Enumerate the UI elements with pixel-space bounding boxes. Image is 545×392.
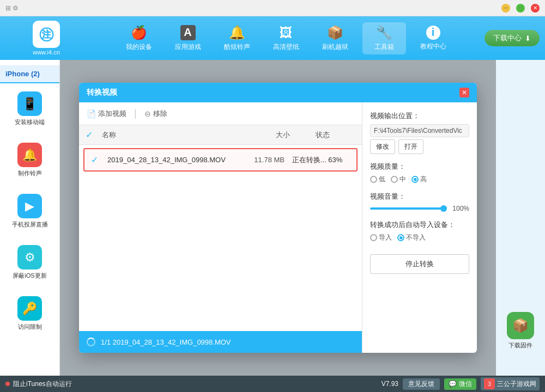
nav-item-toolbox[interactable]: 🔧 工具箱 [362,22,406,54]
video-quality-section: 视频质量： 低 中 [370,162,469,184]
volume-slider-thumb[interactable] [440,205,447,212]
col-check-header: ✓ [86,130,102,140]
quality-mid-label: 中 [399,175,406,184]
modal-left-panel: 📄 添加视频 | ⊖ 移除 ✓ [79,102,362,353]
feedback-button[interactable]: 意见反馈 [403,378,440,390]
row-filename: 2019_04_28_13_42_IMG_0998.MOV [107,156,241,164]
output-btn-row: 修改 打开 [370,139,469,154]
quality-high[interactable]: 高 [411,175,427,184]
logo-url: www.i4.cn [33,49,60,56]
install-app-label: 安装移动端 [15,118,45,126]
auto-import-radio-group: 导入 不导入 [370,233,469,242]
import-yes[interactable]: 导入 [370,233,392,242]
title-bar-icons: ⊞ ⚙ [5,4,19,12]
status-bar: 阻止iTunes自动运行 V7.93 意见反馈 💬 微信 3 三公子游戏网 [0,376,545,392]
sidebar-item-access-limit[interactable]: 🔑 访问限制 [5,291,55,336]
modal-title: 转换视频 [87,88,117,97]
toolbox-icon: 🔧 [376,25,392,40]
wallpaper-label: 高清壁纸 [273,42,299,52]
modal-header: 转换视频 ✕ [79,83,477,102]
itunes-status-text: 阻止iTunes自动运行 [13,379,72,389]
title-bar: ⊞ ⚙ ─ □ ✕ [0,0,545,16]
block-update-label: 屏蔽iOS更新 [13,272,46,280]
download-center-button[interactable]: 下载中心 ⬇ [485,30,540,46]
quality-mid[interactable]: 中 [391,175,406,184]
ringtone-sidebar-icon: 🔔 [17,143,42,167]
import-no[interactable]: 不导入 [397,233,426,242]
quality-low-radio[interactable] [370,176,377,183]
download-center-label: 下载中心 [493,33,522,43]
quality-mid-radio[interactable] [391,176,398,183]
open-path-button[interactable]: 打开 [398,139,423,154]
output-location-section: 视频输出位置： F:\i4Tools7\Files\ConvertedVic 修… [370,111,469,154]
progress-spinner [87,338,95,346]
minimize-button[interactable]: ─ [501,4,510,13]
remove-label: 移除 [153,109,167,119]
sidebar-item-screencast[interactable]: ▶ 手机投屏直播 [5,188,55,234]
nav-item-wallpaper[interactable]: 🖼 高清壁纸 [264,22,308,54]
row-checkbox[interactable]: ✓ [91,155,107,165]
sangongzi-icon: 3 [484,378,495,389]
nav-item-my-device[interactable]: 🍎 我的设备 [117,22,161,54]
modal-toolbar: 📄 添加视频 | ⊖ 移除 [79,102,362,125]
video-volume-section: 视频音量： 100% [370,192,469,212]
firmware-icon: 📦 [507,312,534,339]
convert-video-modal: 转换视频 ✕ 📄 添加视频 | [79,83,477,353]
sidebar: iPhone (2) 📱 安装移动端 🔔 制作铃声 ▶ 手机投屏直播 ⚙ 屏蔽i… [0,60,60,376]
auto-import-section: 转换成功后自动导入设备： 导入 不导入 [370,220,469,242]
appgame-label: 应用游戏 [175,42,201,52]
ringtone-icon: 🔔 [229,25,245,40]
col-size-header: 大小 [246,130,290,140]
volume-slider-container: 100% [370,205,469,212]
sidebar-item-install-app[interactable]: 📱 安装移动端 [5,86,55,132]
quality-low[interactable]: 低 [370,175,385,184]
logo-icon: ㊟ [33,21,60,48]
toolbar-divider: | [134,108,137,119]
device-tab[interactable]: iPhone (2) [0,65,59,83]
status-left: 阻止iTunes自动运行 [5,379,72,389]
tutorial-icon: i [426,26,440,40]
firmware-label: 下载固件 [508,341,532,350]
right-item-firmware[interactable]: 📦 下载固件 [502,308,538,354]
add-video-button[interactable]: 📄 添加视频 [87,109,126,119]
logo-area: ㊟ www.i4.cn [5,21,87,56]
sidebar-item-block-update[interactable]: ⚙ 屏蔽iOS更新 [5,240,55,285]
edit-path-button[interactable]: 修改 [370,139,395,154]
import-no-label: 不导入 [406,233,426,242]
quality-high-label: 高 [420,175,427,184]
close-button[interactable]: ✕ [531,4,540,13]
output-path-text: F:\i4Tools7\Files\ConvertedVic [370,124,469,137]
modal-overlay: 转换视频 ✕ 📄 添加视频 | [60,60,496,376]
jailbreak-label: 刷机越狱 [322,42,348,52]
modal-close-button[interactable]: ✕ [459,88,469,97]
sangongzi-area: 3 三公子游戏网 [481,377,540,390]
volume-slider-track[interactable] [370,207,447,210]
table-row[interactable]: ✓ 2019_04_28_13_42_IMG_0998.MOV 11.78 MB… [83,148,358,171]
tutorial-label: 教程中心 [420,42,446,51]
import-yes-radio[interactable] [370,234,377,241]
block-update-icon: ⚙ [17,245,42,270]
stop-convert-button[interactable]: 停止转换 [370,254,469,274]
import-yes-label: 导入 [379,233,392,242]
nav-item-tutorial[interactable]: i 教程中心 [411,22,455,54]
row-size: 11.78 MB [241,156,284,164]
appgame-icon: A [180,25,196,40]
import-no-radio[interactable] [397,234,404,241]
nav-item-ringtone[interactable]: 🔔 酷炫铃声 [215,22,259,54]
nav-items: 🍎 我的设备 A 应用游戏 🔔 酷炫铃声 🖼 高清壁纸 📦 刷机越狱 🔧 工具箱… [87,22,485,54]
col-name-header: 名称 [102,130,246,140]
ringtone-sidebar-label: 制作铃声 [18,169,42,177]
install-app-icon: 📱 [17,91,42,116]
wallpaper-icon: 🖼 [280,25,293,40]
wechat-button[interactable]: 💬 微信 [444,378,476,390]
toolbox-label: 工具箱 [374,42,394,52]
sidebar-item-ringtone[interactable]: 🔔 制作铃声 [5,137,55,183]
main-area: iPhone (2) 📱 安装移动端 🔔 制作铃声 ▶ 手机投屏直播 ⚙ 屏蔽i… [0,60,545,376]
status-dot [5,382,10,386]
remove-button[interactable]: ⊖ 移除 [144,109,167,119]
maximize-button[interactable]: □ [516,4,525,13]
nav-item-jailbreak[interactable]: 📦 刷机越狱 [313,22,357,54]
nav-item-app-game[interactable]: A 应用游戏 [166,22,210,54]
device-icon: 🍎 [131,25,147,40]
quality-high-radio[interactable] [411,176,419,183]
